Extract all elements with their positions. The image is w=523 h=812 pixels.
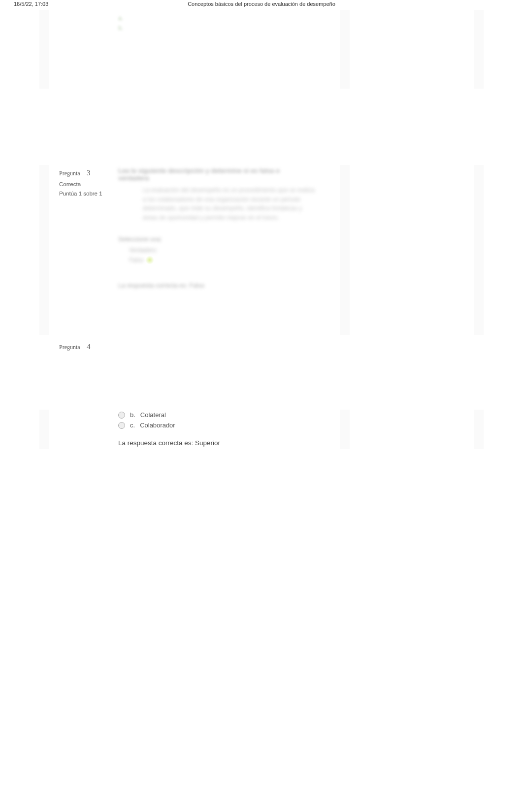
print-timestamp: 16/5/22, 17:03 <box>14 1 48 7</box>
content-grey-strip-right <box>474 410 484 449</box>
option-letter: c. <box>130 422 135 429</box>
content-grey-strip-mid <box>340 165 350 335</box>
blurred-feedback: La respuesta correcta es: Falso <box>118 282 315 289</box>
question-content: b. Colateral c. Colaborador La respuesta… <box>118 410 220 447</box>
check-icon <box>145 256 154 264</box>
blurred-prompt-line1: Lea la siguiente descripción y determine… <box>118 167 315 174</box>
blurred-top-options: a. b. <box>118 15 123 32</box>
question-number: 3 <box>87 169 91 177</box>
content-grey-strip-right <box>474 10 484 89</box>
radio-icon[interactable] <box>118 422 125 429</box>
blurred-option-b: b. <box>118 25 123 32</box>
question-label: Pregunta <box>59 344 80 351</box>
info-grey-strip <box>39 165 49 335</box>
content-grey-strip-mid <box>340 410 350 449</box>
print-title: Conceptos básicos del proceso de evaluac… <box>0 1 523 7</box>
blurred-opt-a: Verdadero <box>129 247 156 254</box>
info-grey-strip <box>39 10 49 89</box>
question-label: Pregunta <box>59 170 80 177</box>
content-grey-strip-right <box>474 165 484 335</box>
question-info: Pregunta 3 Correcta Puntúa 1 sobre 1 <box>59 167 102 199</box>
option-row[interactable]: b. Colateral <box>118 410 220 420</box>
blurred-opt-b: Falso <box>129 257 143 263</box>
content-grey-strip-mid <box>340 10 350 89</box>
blurred-option-a: a. <box>118 15 123 22</box>
question-content: Lea la siguiente descripción y determine… <box>118 167 315 289</box>
page-print-header: 16/5/22, 17:03 Conceptos básicos del pro… <box>0 0 523 7</box>
question-number: 4 <box>87 343 91 351</box>
question-status: Correcta <box>59 180 102 190</box>
blurred-prompt-line2: verdadera <box>118 174 315 182</box>
question-info: Pregunta 4 <box>59 341 91 354</box>
blurred-paragraph: La evaluación del desempeño es un proced… <box>118 186 315 222</box>
option-letter: b. <box>130 411 135 419</box>
question-score: Puntúa 1 sobre 1 <box>59 189 102 199</box>
info-grey-strip <box>39 410 49 449</box>
option-row[interactable]: c. Colaborador <box>118 420 220 430</box>
blurred-select-label: Seleccione una: <box>118 236 315 243</box>
radio-icon[interactable] <box>118 412 125 419</box>
correct-answer-feedback: La respuesta correcta es: Superior <box>118 439 220 447</box>
option-text: Colateral <box>140 411 166 419</box>
option-text: Colaborador <box>140 422 175 429</box>
